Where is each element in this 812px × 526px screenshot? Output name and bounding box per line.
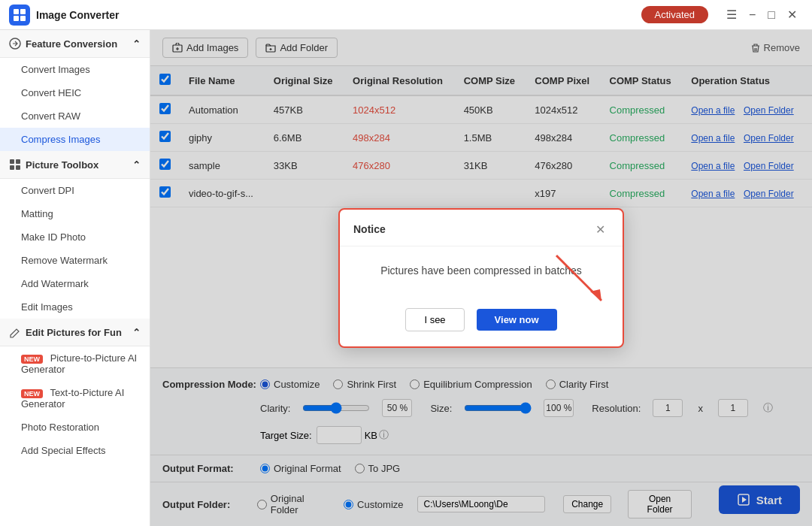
sidebar-section-edit-pictures[interactable]: Edit Pictures for Fun ⌃ xyxy=(0,319,150,346)
sidebar-item-remove-watermark[interactable]: Remove Watermark xyxy=(0,249,150,272)
sidebar-item-convert-images[interactable]: Convert Images xyxy=(0,58,150,81)
sidebar-section-feature-conversion[interactable]: Feature Conversion ⌃ xyxy=(0,30,150,58)
main-layout: Feature Conversion ⌃ Convert Images Conv… xyxy=(0,30,812,526)
modal-header: Notice ✕ xyxy=(340,210,623,246)
modal-title: Notice xyxy=(353,223,386,235)
app-logo xyxy=(9,5,30,26)
sidebar: Feature Conversion ⌃ Convert Images Conv… xyxy=(0,30,150,526)
svg-rect-7 xyxy=(10,165,14,170)
sidebar-item-add-watermark[interactable]: Add Watermark xyxy=(0,272,150,295)
modal-body: Pictures have been compressed in batches xyxy=(340,246,623,308)
app-title: Image Converter xyxy=(36,9,641,21)
sidebar-item-make-id-photo[interactable]: Make ID Photo xyxy=(0,225,150,249)
picture-toolbox-label: Picture Toolbox xyxy=(26,159,98,171)
sidebar-item-text-to-picture[interactable]: NEW Text-to-Picture AI Generator xyxy=(0,381,150,416)
svg-rect-6 xyxy=(16,159,20,164)
sidebar-item-add-special-effects[interactable]: Add Special Effects xyxy=(0,439,150,462)
new-badge: NEW xyxy=(21,355,43,364)
sidebar-item-photo-restoration[interactable]: Photo Restoration xyxy=(0,416,150,439)
edit-pictures-label: Edit Pictures for Fun xyxy=(26,327,122,338)
sidebar-item-convert-dpi[interactable]: Convert DPI xyxy=(0,179,150,202)
maximize-button[interactable]: □ xyxy=(762,5,781,25)
sidebar-section-picture-toolbox[interactable]: Picture Toolbox ⌃ xyxy=(0,151,150,179)
content-area: Add Images Add Folder Remove File Name O… xyxy=(150,30,812,526)
sidebar-item-convert-raw[interactable]: Convert RAW xyxy=(0,104,150,128)
notice-modal: Notice ✕ Pictures have been compressed i… xyxy=(338,208,624,348)
sidebar-item-compress-images[interactable]: Compress Images xyxy=(0,128,150,151)
modal-message: Pictures have been compressed in batches xyxy=(353,265,609,277)
title-bar: Image Converter Activated ☰ − □ ✕ xyxy=(0,0,812,30)
i-see-button[interactable]: I see xyxy=(405,308,464,331)
sidebar-item-convert-heic[interactable]: Convert HEIC xyxy=(0,81,150,104)
minimize-button[interactable]: − xyxy=(743,5,762,25)
svg-rect-8 xyxy=(16,165,20,170)
sidebar-item-picture-to-picture[interactable]: NEW Picture-to-Picture AI Generator xyxy=(0,346,150,381)
svg-rect-0 xyxy=(14,9,19,14)
svg-rect-1 xyxy=(20,9,26,14)
modal-footer: I see View now xyxy=(340,308,623,346)
feature-conversion-label: Feature Conversion xyxy=(26,38,117,50)
svg-rect-2 xyxy=(14,16,19,21)
close-button[interactable]: ✕ xyxy=(781,5,803,25)
modal-close-button[interactable]: ✕ xyxy=(591,220,609,238)
sidebar-item-edit-images[interactable]: Edit Images xyxy=(0,295,150,319)
svg-rect-5 xyxy=(10,159,14,164)
menu-button[interactable]: ☰ xyxy=(720,5,743,25)
activated-badge: Activated xyxy=(641,6,708,23)
svg-rect-3 xyxy=(20,16,26,21)
sidebar-item-matting[interactable]: Matting xyxy=(0,202,150,225)
new-badge: NEW xyxy=(21,389,43,398)
modal-overlay: Notice ✕ Pictures have been compressed i… xyxy=(150,30,812,526)
view-now-button[interactable]: View now xyxy=(477,309,557,331)
